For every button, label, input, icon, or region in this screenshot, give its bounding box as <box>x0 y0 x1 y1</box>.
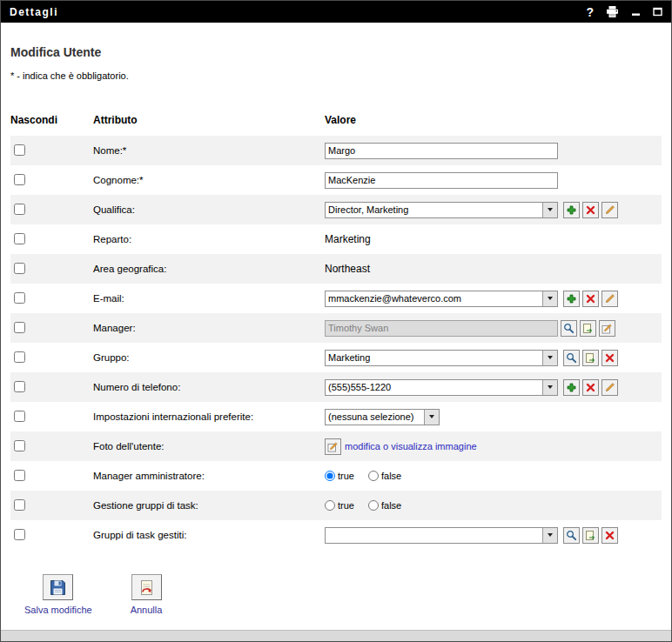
edit-note-icon <box>601 323 613 334</box>
radio-option-true[interactable]: true <box>325 471 354 481</box>
plus-icon <box>567 294 576 304</box>
chevron-down-icon[interactable] <box>542 291 557 306</box>
hide-checkbox[interactable] <box>14 174 25 185</box>
lookup-button[interactable] <box>563 350 580 366</box>
row-gruppi-task-gestiti: Gruppi di task gestiti: <box>10 520 662 550</box>
save-button[interactable]: Salva modifiche <box>24 574 92 615</box>
row-gruppo: Gruppo: Marketing <box>10 343 662 372</box>
hide-checkbox[interactable] <box>14 381 25 392</box>
radio-true[interactable] <box>325 471 335 481</box>
email-select[interactable]: mmackenzie@whateverco.com <box>325 291 558 307</box>
radio-option-false[interactable]: false <box>368 500 401 511</box>
add-button[interactable] <box>563 291 580 307</box>
chevron-down-icon[interactable] <box>542 380 557 395</box>
edit-button[interactable] <box>601 379 618 396</box>
maximize-icon[interactable] <box>653 7 662 17</box>
search-icon <box>566 530 577 541</box>
attribute-label: Gruppi di task gestiti: <box>93 530 325 540</box>
locale-select[interactable]: (nessuna selezione) <box>325 409 440 425</box>
hide-checkbox[interactable] <box>14 233 25 244</box>
selected-value: (nessuna selezione) <box>326 411 424 422</box>
row-manager: Manager: <box>10 313 662 343</box>
chevron-down-icon[interactable] <box>542 351 557 365</box>
x-icon <box>605 531 615 540</box>
chevron-down-icon[interactable] <box>542 203 557 217</box>
hide-checkbox[interactable] <box>14 263 25 274</box>
radio-label: true <box>338 500 354 511</box>
radio-false[interactable] <box>368 471 379 481</box>
row-email: E-mail: mmackenzie@whateverco.com <box>10 284 662 313</box>
edit-image-button[interactable] <box>325 438 341 455</box>
attribute-label: Manager amministratore: <box>93 471 325 481</box>
history-button[interactable] <box>582 527 599 544</box>
delete-button[interactable] <box>582 379 599 396</box>
chevron-down-icon[interactable] <box>542 528 557 543</box>
pencil-icon <box>605 204 615 215</box>
x-icon <box>586 383 595 392</box>
help-icon[interactable]: ? <box>586 6 594 18</box>
attribute-label: Nome:* <box>93 145 325 156</box>
radio-false[interactable] <box>368 500 379 511</box>
pencil-icon <box>605 382 615 392</box>
lookup-button[interactable] <box>563 527 580 544</box>
edit-button[interactable] <box>599 320 615 337</box>
hide-checkbox[interactable] <box>14 144 25 156</box>
minimize-icon[interactable] <box>631 7 641 17</box>
table-header: Nascondi Attributo Valore <box>10 114 662 136</box>
required-note: * - indica che è obbligatorio. <box>10 70 662 81</box>
edit-button[interactable] <box>601 202 618 218</box>
row-gestione-gruppi-task: Gestione gruppi di task: true false <box>10 491 662 520</box>
delete-button[interactable] <box>601 350 618 366</box>
hide-checkbox[interactable] <box>14 322 25 333</box>
add-button[interactable] <box>563 202 580 218</box>
column-header-valore: Valore <box>325 114 662 126</box>
history-button[interactable] <box>580 320 596 337</box>
cancel-icon <box>131 574 162 600</box>
selected-value: Director, Marketing <box>326 204 542 215</box>
edit-button[interactable] <box>601 291 618 307</box>
hide-checkbox[interactable] <box>14 440 25 451</box>
hide-checkbox[interactable] <box>14 499 25 511</box>
attribute-label: Numero di telefono: <box>93 382 325 392</box>
row-qualifica: Qualifica: Director, Marketing <box>10 195 662 224</box>
add-button[interactable] <box>563 379 580 396</box>
attribute-value: Northeast <box>325 263 370 275</box>
edit-image-link[interactable]: modifica o visualizza immagine <box>345 441 477 451</box>
hide-checkbox[interactable] <box>14 204 25 215</box>
radio-option-true[interactable]: true <box>325 500 354 511</box>
search-icon <box>566 352 577 364</box>
history-icon <box>585 352 596 364</box>
hide-checkbox[interactable] <box>14 470 25 481</box>
chevron-down-icon[interactable] <box>424 410 439 425</box>
delete-button[interactable] <box>582 291 599 307</box>
radio-label: true <box>338 471 354 481</box>
lookup-button[interactable] <box>561 320 577 337</box>
qualifica-select[interactable]: Director, Marketing <box>325 202 558 218</box>
nome-input[interactable] <box>325 143 558 159</box>
row-impostazioni-internazionali: Impostazioni internazionali preferite: (… <box>10 402 662 431</box>
hide-checkbox[interactable] <box>14 351 25 363</box>
cognome-input[interactable] <box>325 172 558 189</box>
attribute-label: Foto dell'utente: <box>93 441 325 451</box>
history-button[interactable] <box>582 350 599 366</box>
delete-button[interactable] <box>601 527 618 544</box>
selected-value: (555)555-1220 <box>326 382 542 392</box>
titlebar: Dettagli ? <box>1 1 671 23</box>
x-icon <box>586 205 595 215</box>
gruppo-select[interactable]: Marketing <box>325 350 558 366</box>
attribute-label: Area geografica: <box>93 264 325 274</box>
page-title: Modifica Utente <box>10 45 662 59</box>
gruppi-task-select[interactable] <box>325 527 558 544</box>
hide-checkbox[interactable] <box>14 529 25 540</box>
telefono-select[interactable]: (555)555-1220 <box>325 379 558 396</box>
hide-checkbox[interactable] <box>14 411 25 422</box>
row-manager-amministratore: Manager amministratore: true false <box>10 461 662 491</box>
selected-value: Marketing <box>326 352 542 363</box>
content: Modifica Utente * - indica che è obbliga… <box>1 45 671 615</box>
hide-checkbox[interactable] <box>14 292 25 304</box>
print-icon[interactable] <box>606 6 619 17</box>
delete-button[interactable] <box>582 202 599 218</box>
cancel-button[interactable]: Annulla <box>131 574 163 615</box>
radio-option-false[interactable]: false <box>368 471 401 481</box>
radio-true[interactable] <box>325 500 335 511</box>
